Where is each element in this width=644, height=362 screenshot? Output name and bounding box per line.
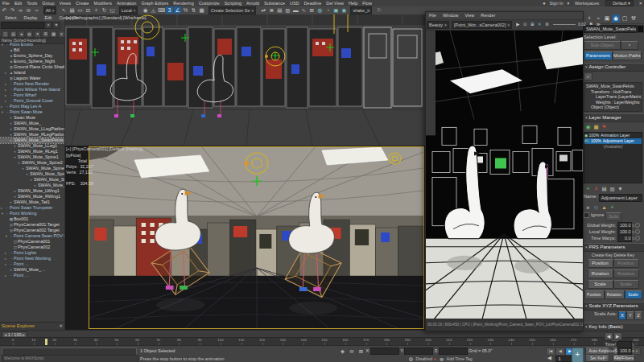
tree-item[interactable]: ▦Box001: [0, 216, 64, 222]
display-position-button[interactable]: Position: [584, 290, 605, 299]
tree-item[interactable]: ◐SWAN_Mute_RLeg1: [0, 149, 64, 154]
scene-explorer-toggle-icon[interactable]: ▤: [276, 6, 283, 14]
tree-item[interactable]: ▼◦Point Enviro: [0, 42, 64, 47]
snapshot-icon[interactable]: ⊙: [522, 21, 528, 27]
tree-item[interactable]: ▼◦Point Camera Swan POV List: [0, 233, 64, 239]
render-settings-icon[interactable]: ⚙: [543, 21, 550, 27]
sign-in-button[interactable]: Sign In: [549, 1, 563, 6]
ignore-checkbox[interactable]: [584, 212, 589, 218]
snaps-toggle-icon[interactable]: 3: [166, 6, 173, 14]
select-object-icon[interactable]: ↖: [60, 6, 68, 14]
tree-item[interactable]: ▼◦Point Working: [0, 211, 64, 216]
window-crossing-icon[interactable]: ⊡: [85, 6, 92, 14]
cat-layer-row[interactable]: #1:100%Adjustment Layer: [584, 138, 642, 144]
rect-selection-region-icon[interactable]: ▭: [76, 6, 84, 14]
align-icon[interactable]: ≣: [268, 6, 275, 14]
tree-item[interactable]: ▸▲Island: [0, 70, 64, 76]
mirror-icon[interactable]: ⇄: [260, 6, 267, 14]
tree-item[interactable]: ◐SWAN_Mute_Spine2: [0, 160, 64, 166]
create-key-rotation-button[interactable]: Rotation: [588, 269, 613, 278]
display-scale-button[interactable]: Scale: [625, 290, 642, 299]
previous-key-button[interactable]: ◀: [605, 332, 613, 340]
filter-funnel-icon[interactable]: ▼: [52, 22, 60, 29]
assign-controller-icon[interactable]: ✓: [584, 72, 592, 80]
explorer-helper-filter-icon[interactable]: ▦: [50, 31, 57, 38]
selection-lock-icon[interactable]: ⊖: [349, 348, 356, 355]
menu-customize[interactable]: Customize: [196, 0, 222, 6]
tree-item[interactable]: ▸◦Point …: [0, 261, 64, 267]
menu-file[interactable]: File: [0, 0, 12, 6]
cat-layer-list[interactable]: ◉100%Animation Layer#1:100%Adjustment La…: [584, 132, 642, 183]
tree-item[interactable]: ◐SWAN_Mute_Spine1: [0, 154, 64, 160]
axis-x-button[interactable]: X: [618, 311, 626, 320]
menu-create[interactable]: Create: [73, 0, 92, 6]
tree-item[interactable]: ▸◦Point Nest Working: [0, 256, 64, 261]
tree-item[interactable]: ▸◦Point Nest Render: [0, 81, 64, 87]
tree-item[interactable]: ◐SWAN_Mute_: [0, 121, 64, 126]
remove-layer-icon[interactable]: ✕: [592, 185, 600, 192]
tree-item[interactable]: ▸◦Point Wharf: [0, 93, 64, 98]
scale-xyz-rollout[interactable]: ▾Scale XYZ Parameters: [582, 302, 644, 311]
menu-usd[interactable]: USD: [287, 0, 302, 6]
isolate-set-icon[interactable]: ⚐: [376, 6, 383, 14]
menu-view[interactable]: View: [461, 12, 477, 19]
select-and-move-icon[interactable]: +: [93, 6, 100, 14]
tree-item[interactable]: ◎PhysCamera001.Target: [0, 222, 64, 228]
select-and-link-icon[interactable]: ∞: [17, 6, 24, 14]
tree-item[interactable]: ◐SWAN_Mute_RLegPlatform: [0, 132, 64, 138]
spinner-icon[interactable]: ⇅: [632, 237, 634, 241]
menu-group[interactable]: Group: [39, 0, 56, 6]
menu-flow[interactable]: Flow: [360, 0, 374, 6]
selection-filter-dropdown[interactable]: All▾: [43, 6, 57, 14]
menu-graph-editors[interactable]: Graph Editors: [138, 0, 171, 6]
create-key-scale-button[interactable]: Scale: [588, 280, 613, 289]
add-layer-icon[interactable]: +: [584, 185, 592, 192]
render-view-window[interactable]: FileWindowViewRender Beauty▾ [Point_Wor.…: [425, 11, 584, 331]
menu-render[interactable]: Render: [477, 12, 498, 19]
maxscript-listener-line[interactable]: Welcome to MAXScript.: [2, 355, 138, 362]
menu-display[interactable]: Display: [21, 14, 39, 21]
tree-item[interactable]: ◎PhysCamera002.Target: [0, 228, 64, 233]
tree-item[interactable]: ◐SWAN_Mute_Spine5: [0, 177, 64, 183]
abort-render-icon[interactable]: ✕: [536, 21, 543, 27]
redo-icon[interactable]: ↷: [9, 6, 16, 14]
tree-item[interactable]: ◍Lagoon Water: [0, 76, 64, 81]
time-tag-icon[interactable]: ⊕: [438, 356, 445, 362]
menu-file[interactable]: File: [426, 12, 440, 19]
clear-search-icon[interactable]: ✕: [44, 22, 52, 29]
tree-item[interactable]: ▸◦Point Lights: [0, 250, 64, 256]
angle-snap-icon[interactable]: ∠: [174, 6, 181, 14]
go-to-start-button[interactable]: |◀: [546, 348, 555, 356]
menu-select[interactable]: Select: [2, 14, 19, 21]
explorer-geometry-filter-icon[interactable]: ●: [18, 31, 25, 38]
menu-deadline[interactable]: Deadline: [302, 0, 324, 6]
unlink-selection-icon[interactable]: ⊘: [25, 6, 32, 14]
region-render-icon[interactable]: ⚑: [588, 21, 594, 27]
layer-manager-rollout[interactable]: ▾Layer Manager: [582, 113, 644, 122]
create-key-position-button[interactable]: Position: [588, 259, 613, 268]
next-key-button[interactable]: ▶: [613, 332, 622, 340]
tree-item[interactable]: ◐SWAN_Mute_RWing1: [0, 194, 64, 200]
tree-item[interactable]: ▸◦Point_Ground Cover: [0, 98, 64, 104]
paste-layer-icon[interactable]: ▥: [609, 185, 616, 192]
axis-z-button[interactable]: Z: [634, 311, 642, 320]
undo-icon[interactable]: ↶: [1, 6, 8, 14]
collapse-layers-icon[interactable]: ▼: [617, 185, 624, 192]
add-time-tag[interactable]: Add Time Tag: [446, 356, 472, 361]
delete-key-position-button[interactable]: Position: [613, 259, 639, 268]
exposure-slider[interactable]: [553, 24, 576, 25]
named-set-field[interactable]: shake_it: [350, 6, 372, 14]
isolate-selection-icon[interactable]: ◈: [339, 348, 346, 355]
rendered-frame-icon[interactable]: ▣: [332, 6, 340, 14]
tree-item[interactable]: ◐SWAN_Mute_Spine3: [0, 166, 64, 171]
layer-name-field[interactable]: Adjustment Layer: [599, 194, 642, 202]
motion-paths-button[interactable]: Motion Paths: [613, 51, 642, 60]
bind-to-spacewarp-icon[interactable]: ≈: [33, 6, 40, 14]
viewport-camera[interactable]: [+] [PhysCamera001] [Default Shading] [t…: [64, 146, 425, 330]
layer-explorer-toggle-icon[interactable]: ▥: [284, 6, 291, 14]
viewport-orthographic[interactable]: [+] [Orthographic] [Standard] [Wireframe…: [64, 14, 425, 146]
menu-window[interactable]: Window: [440, 12, 462, 19]
select-and-manipulate-icon[interactable]: ◬: [150, 6, 157, 14]
aov-dropdown[interactable]: Beauty▾: [427, 21, 449, 29]
key-dot-icon[interactable]: [635, 223, 640, 228]
